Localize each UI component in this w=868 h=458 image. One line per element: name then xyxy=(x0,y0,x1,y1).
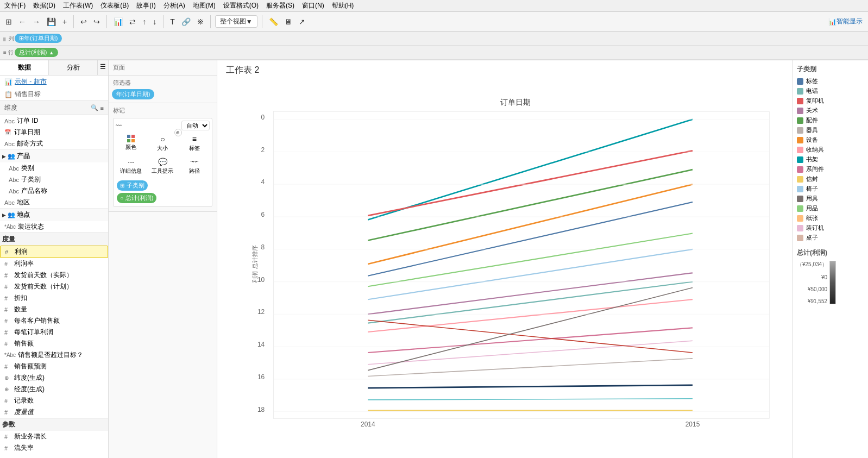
field-profit-rate[interactable]: # 利润率 xyxy=(0,258,108,269)
analysis-tab[interactable]: 分析 xyxy=(49,60,98,75)
menu-help[interactable]: 帮助(H) xyxy=(332,1,354,10)
field-order-id[interactable]: Abc 订单 ID xyxy=(0,115,108,127)
legend-color-accessories xyxy=(797,117,803,124)
mark-label-btn[interactable]: ≡ 标签 xyxy=(179,133,210,154)
menu-dashboard[interactable]: 仪表板(B) xyxy=(100,1,129,10)
toolbar-new[interactable]: + xyxy=(60,16,69,27)
mark-subcategory-pill[interactable]: ⊞ 子类别 xyxy=(117,180,148,191)
menu-file[interactable]: 文件(F) xyxy=(4,1,26,10)
field-ship-status[interactable]: *Abc 装运状态 xyxy=(0,221,108,233)
menu-data[interactable]: 数据(D) xyxy=(33,1,55,10)
field-record-count[interactable]: # 记录数 xyxy=(0,395,108,406)
datasource-sales-target[interactable]: 📋 销售目标 xyxy=(0,88,108,101)
field-type-icon3: Abc xyxy=(9,165,19,172)
measures-header: 度量 xyxy=(0,233,108,246)
mark-path-icon: 〰 xyxy=(191,158,198,166)
toolbar-ref[interactable]: ※ xyxy=(195,16,206,27)
toolbar-present[interactable]: 🖥 xyxy=(282,16,294,27)
columns-label: ||| 列 xyxy=(3,35,14,42)
menu-map[interactable]: 地图(M) xyxy=(193,1,216,10)
field-sales-per-customer[interactable]: # 每名客户销售额 xyxy=(0,315,108,327)
toolbar-share[interactable]: ↗ xyxy=(297,16,307,27)
toolbar: ⊞ ← → 💾 + ↩ ↪ 📊 ⇄ ↑ ↓ T 🔗 ※ 整个视图 ▼ 📏 🖥 ↗… xyxy=(0,12,868,32)
mark-type-select[interactable]: 自动 xyxy=(181,121,210,130)
field-group-product[interactable]: ▸ 👥 产品 xyxy=(0,149,108,162)
group-expand-icon: ▸ xyxy=(2,153,5,160)
field-ship-mode[interactable]: Abc 邮寄方式 xyxy=(0,138,108,149)
group-icon: 👥 xyxy=(8,153,15,160)
columns-pill-year[interactable]: ⊞ 年(订单日期) xyxy=(15,34,62,43)
legend-gradient-labels: （¥25,034） ¥0 ¥50,000 ¥91,552 xyxy=(797,261,827,304)
toolbar-undo[interactable]: ↩ xyxy=(78,16,89,27)
toolbar-measure[interactable]: 📏 xyxy=(267,16,280,27)
field-sales[interactable]: # 销售额 xyxy=(0,338,108,349)
legend-item-equipment: 设备 xyxy=(797,136,864,144)
dimensions-add-icon[interactable]: ≡ xyxy=(100,105,104,111)
toolbar-redo[interactable]: ↪ xyxy=(91,16,102,27)
field-measure-values[interactable]: # 度量值 xyxy=(0,406,108,418)
datasource-superstore[interactable]: 📊 示例 - 超市 xyxy=(0,76,108,88)
legend-item-envelopes: 信封 xyxy=(797,175,864,183)
toolbar-home[interactable]: ⊞ xyxy=(3,16,14,27)
dimensions-search-icon[interactable]: 🔍 xyxy=(91,104,98,111)
menu-story[interactable]: 故事(I) xyxy=(136,1,155,10)
field-lat[interactable]: ⊕ 纬度(生成) xyxy=(0,372,108,384)
field-ship-days-plan[interactable]: # 发货前天数（计划） xyxy=(0,281,108,292)
toolbar-save[interactable]: 💾 xyxy=(45,16,58,27)
chart-border xyxy=(273,112,769,419)
mark-path-btn[interactable]: 〰 路径 xyxy=(179,155,210,177)
toolbar-forward[interactable]: → xyxy=(30,16,42,27)
menu-format[interactable]: 设置格式(O) xyxy=(223,1,259,10)
filter-year[interactable]: 年(订单日期) xyxy=(112,89,154,99)
menu-server[interactable]: 服务器(S) xyxy=(266,1,294,10)
field-sales-target-bool[interactable]: *Abc 销售额是否超过目标？ xyxy=(0,349,108,361)
toolbar-link[interactable]: 🔗 xyxy=(179,16,193,27)
toolbar-chart[interactable]: 📊 xyxy=(111,16,125,27)
field-region[interactable]: Abc 地区 xyxy=(0,197,108,208)
field-discount[interactable]: # 折扣 xyxy=(0,292,108,304)
toolbar-sort-asc[interactable]: ↑ xyxy=(140,16,148,27)
toolbar-text[interactable]: T xyxy=(168,16,177,27)
field-quantity[interactable]: # 数量 xyxy=(0,304,108,315)
toolbar-sort-desc[interactable]: ↓ xyxy=(150,16,159,27)
field-new-biz[interactable]: # 新业务增长 xyxy=(0,431,108,442)
field-ship-days-actual[interactable]: # 发货前天数（实际） xyxy=(0,269,108,281)
columns-shelf: ||| 列 ⊞ 年(订单日期) xyxy=(0,32,868,46)
mark-size-btn[interactable]: ○ 大小 ⊕ xyxy=(147,133,178,154)
legend-color-fasteners xyxy=(797,166,803,173)
menu-analysis[interactable]: 分析(A) xyxy=(163,1,185,10)
field-lng[interactable]: ⊕ 经度(生成) xyxy=(0,384,108,395)
smart-display-btn[interactable]: 📊 智能显示 xyxy=(826,16,865,27)
y-tick-4: 4 xyxy=(261,178,265,186)
field-category[interactable]: Abc 类别 xyxy=(0,162,108,174)
field-profit[interactable]: # 利润 xyxy=(0,246,108,258)
y-tick-10: 10 xyxy=(257,276,265,284)
field-sales-forecast[interactable]: # 销售额预测 xyxy=(0,361,108,372)
field-group-location[interactable]: ▸ 👥 地点 xyxy=(0,208,108,221)
params-header: 参数 xyxy=(0,418,108,431)
mark-profit-pill[interactable]: ○ 总计(利润) xyxy=(117,193,156,203)
field-type-icon6: Abc xyxy=(4,199,15,206)
mark-color-btn[interactable]: 颜色 xyxy=(116,133,146,154)
data-tab[interactable]: 数据 xyxy=(0,60,49,75)
toolbar-swap[interactable]: ⇄ xyxy=(127,16,138,27)
menu-window[interactable]: 窗口(N) xyxy=(302,1,324,10)
field-order-date[interactable]: 📅 订单日期 xyxy=(0,127,108,138)
field-churn[interactable]: # 流失率 xyxy=(0,442,108,454)
field-profit-per-order[interactable]: # 每笔订单利润 xyxy=(0,327,108,338)
toolbar-back[interactable]: ← xyxy=(16,16,28,27)
mark-detail-btn[interactable]: ··· 详细信息 xyxy=(116,155,146,177)
toolbar-view[interactable]: 整个视图 ▼ xyxy=(215,15,257,28)
panel-menu-icon[interactable]: ☰ xyxy=(98,60,108,75)
field-measure-icon11: # xyxy=(4,398,12,404)
rows-pill-profit[interactable]: 总计(利润) ▲ xyxy=(15,48,58,57)
field-subcategory[interactable]: Abc 子类别 xyxy=(0,174,108,185)
legend-measure-section: 总计(利润) （¥25,034） ¥0 ¥50,000 ¥91,552 xyxy=(797,248,864,304)
mark-tooltip-btn[interactable]: 💬 工具提示 xyxy=(147,155,178,177)
field-product-name[interactable]: Abc 产品名称 xyxy=(0,185,108,197)
legend-item-appliances: 器具 xyxy=(797,126,864,134)
field-type-bool-icon: *Abc xyxy=(4,352,16,358)
mark-pills: ⊞ 子类别 ○ 总计(利润) xyxy=(116,179,210,204)
menu-worksheet[interactable]: 工作表(W) xyxy=(63,1,93,10)
right-panel: 子类别 标签 电话 复印机 关术 配件 器具 设备 xyxy=(792,60,868,458)
